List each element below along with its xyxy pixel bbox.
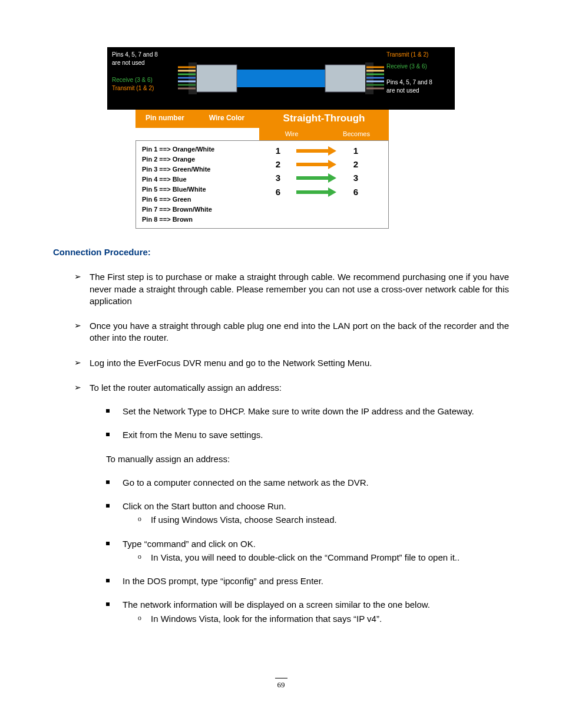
header-straight-through: Straight-Through (259, 110, 389, 128)
list-item-text: The network information will be displaye… (123, 599, 430, 610)
cable-diagram: Pins 4, 5, 7 and 8 are not used Receive … (107, 47, 455, 229)
diagram-header-row: Pin number Wire Color Straight-Through (135, 110, 389, 128)
list-item: In the DOS prompt, type “ipconfig” and p… (106, 575, 509, 587)
list-item: In Vista, you will need to double-click … (138, 552, 509, 564)
right-transmit-label: Transmit (1 & 2) (386, 51, 448, 59)
left-receive-label: Receive (3 & 6) (112, 76, 173, 84)
right-receive-label: Receive (3 & 6) (386, 62, 448, 71)
list-item: To let the router automatically assign a… (74, 382, 509, 625)
list-item: The network information will be displaye… (106, 599, 509, 625)
section-title: Connection Procedure: (53, 246, 509, 258)
map-from: 3 (260, 172, 296, 184)
sub-list: Set the Network Type to DHCP. Make sure … (90, 406, 509, 442)
header-pin-number: Pin number (135, 110, 194, 128)
pin-line: Pin 4 ==> Blue (142, 174, 254, 185)
map-from: 6 (260, 186, 296, 198)
list-item: If using Windows Vista, choose Search in… (138, 514, 509, 526)
left-transmit-label: Transmit (1 & 2) (112, 84, 173, 93)
pin-line: Pin 6 ==> Green (142, 195, 254, 205)
list-item: Exit from the Menu to save settings. (106, 429, 509, 441)
right-label-block: Transmit (1 & 2) Receive (3 & 6) Pins 4,… (384, 47, 455, 110)
map-to: 6 (338, 186, 374, 198)
right-unused-label: Pins 4, 5, 7 and 8 are not used (386, 78, 448, 94)
diagram-body-row: Pin 1 ==> Orange/White Pin 2 ==> Orange … (135, 140, 389, 229)
map-to: 3 (338, 172, 374, 184)
circ-list: In Vista, you will need to double-click … (123, 552, 509, 564)
mapping-column: 1 1 2 2 3 3 6 6 (260, 141, 389, 228)
pin-line: Pin 2 ==> Orange (142, 154, 254, 164)
subheader-becomes: Becomes (324, 128, 389, 140)
mapping-row: 2 2 (260, 159, 389, 170)
mapping-row: 6 6 (260, 186, 389, 198)
cable-graphic (178, 47, 384, 110)
arrow-icon (296, 162, 338, 167)
arrow-icon (296, 175, 338, 181)
cable-svg (178, 47, 384, 110)
list-item: Go to a computer connected on the same n… (106, 477, 509, 489)
pin-line: Pin 5 ==> Blue/White (142, 185, 254, 195)
svg-rect-3 (325, 65, 366, 92)
list-item-text: To let the router automatically assign a… (90, 383, 282, 393)
sub-list: Go to a computer connected on the same n… (90, 477, 509, 625)
circ-list: In Windows Vista, look for the informati… (123, 613, 509, 625)
list-item: In Windows Vista, look for the informati… (138, 613, 509, 625)
list-item: Type “command” and click on OK. In Vista… (106, 538, 509, 564)
mapping-row: 3 3 (260, 172, 389, 184)
list-item: The First step is to purchase or make a … (74, 271, 509, 307)
svg-rect-1 (196, 65, 237, 92)
list-item: Set the Network Type to DHCP. Make sure … (106, 406, 509, 417)
left-unused-label: Pins 4, 5, 7 and 8 are not used (112, 51, 173, 67)
subheader-wire: Wire (259, 128, 324, 140)
svg-rect-0 (237, 70, 325, 87)
pin-line: Pin 3 ==> Green/White (142, 164, 254, 174)
pin-list: Pin 1 ==> Orange/White Pin 2 ==> Orange … (136, 141, 260, 228)
left-label-block: Pins 4, 5, 7 and 8 are not used Receive … (107, 47, 178, 110)
list-item-text: Type “command” and click on OK. (123, 539, 256, 549)
mapping-row: 1 1 (260, 145, 389, 157)
map-to: 1 (338, 145, 374, 157)
list-item: Click on the Start button and choose Run… (106, 500, 509, 526)
procedure-list: The First step is to purchase or make a … (53, 271, 509, 625)
page-number: 69 (53, 678, 509, 690)
circ-list: If using Windows Vista, choose Search in… (123, 514, 509, 526)
arrow-icon (296, 148, 338, 154)
connector-illustration: Pins 4, 5, 7 and 8 are not used Receive … (107, 47, 455, 110)
list-item-text: Click on the Start button and choose Run… (123, 501, 286, 511)
pin-line: Pin 8 ==> Brown (142, 215, 254, 225)
pin-line: Pin 7 ==> Brown/White (142, 205, 254, 215)
diagram-subheader-row: Wire Becomes (135, 128, 389, 140)
header-wire-color: Wire Color (194, 110, 259, 128)
arrow-icon (296, 189, 338, 195)
map-from: 2 (260, 159, 296, 170)
pin-line: Pin 1 ==> Orange/White (142, 144, 254, 154)
list-item: Once you have a straight through cable p… (74, 320, 509, 344)
mid-paragraph: To manually assign an address: (90, 453, 509, 465)
list-item: Log into the EverFocus DVR menu and go t… (74, 357, 509, 369)
map-to: 2 (338, 159, 374, 170)
map-from: 1 (260, 145, 296, 157)
